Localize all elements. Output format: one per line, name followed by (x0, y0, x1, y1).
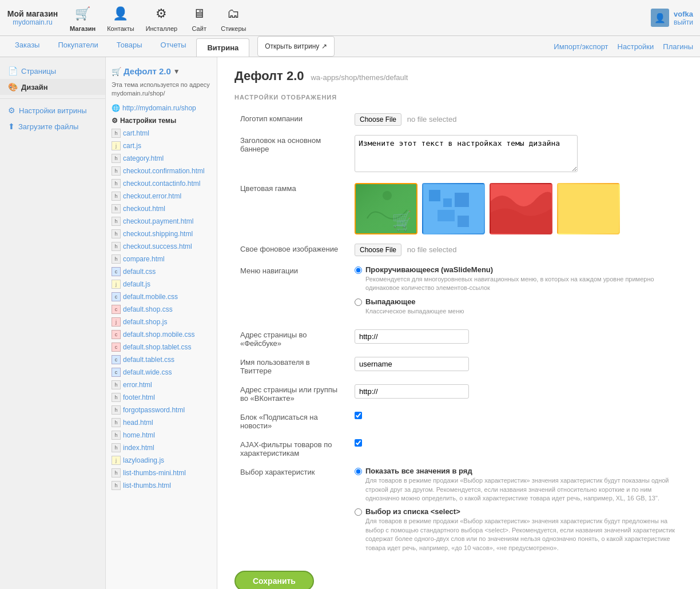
color-swatch-yellow[interactable] (557, 183, 620, 234)
left-sidebar: 📄 Страницы 🎨 Дизайн ⚙ Настройки витрины … (0, 57, 106, 589)
list-item[interactable]: h checkout.shipping.html (106, 228, 217, 240)
nav-options-cell: Прокручивающееся (waSlideMenu) Рекоменду… (349, 261, 683, 325)
sidebar-label-design: Дизайн (21, 83, 48, 91)
shop-icon: 🛒 (73, 3, 93, 24)
nav-products[interactable]: Товары (109, 36, 150, 57)
nav-scroll-radio[interactable] (355, 266, 362, 274)
list-item[interactable]: j lazyloading.js (106, 454, 217, 467)
main-nav: Заказы Покупатели Товары Отчеты Витрина … (0, 36, 700, 57)
html-icon: h (112, 166, 121, 176)
theme-dropdown-icon[interactable]: ▼ (173, 67, 180, 75)
subscribe-checkbox-row (355, 412, 677, 419)
list-item[interactable]: h footer.html (106, 391, 217, 404)
color-swatch-blue[interactable] (422, 183, 485, 234)
list-item[interactable]: c default.wide.css (106, 366, 217, 379)
nav-reports[interactable]: Отчеты (153, 36, 194, 57)
nav-orders[interactable]: Заказы (7, 36, 47, 57)
theme-url-link[interactable]: 🌐 http://mydomain.ru/shop (106, 102, 217, 114)
top-icon-contacts[interactable]: 👤 Контакты (107, 3, 134, 32)
open-storefront-button[interactable]: Открыть витрину ↗ (257, 36, 334, 57)
list-item[interactable]: h checkout.confirmation.html (106, 165, 217, 177)
logo-choose-file-button[interactable]: Choose File (355, 113, 401, 126)
ajax-checkbox[interactable] (355, 439, 362, 447)
list-item[interactable]: c default.shop.css (106, 303, 217, 316)
theme-title[interactable]: Дефолт 2.0 (124, 66, 171, 76)
banner-input-cell: Измените этот текст в настройках темы ди… (349, 130, 683, 178)
stickers-icon: 🗂 (223, 3, 244, 24)
nav-tab-storefront[interactable]: Витрина (196, 38, 249, 57)
list-item[interactable]: h list-thumbs.html (106, 479, 217, 492)
logout-link[interactable]: выйти (674, 18, 693, 26)
css-icon: c (112, 292, 121, 301)
twitter-label: Имя пользователя в Твиттере (234, 352, 349, 380)
site-icon: 🖥 (189, 3, 209, 24)
sidebar-divider-1 (0, 98, 105, 99)
nav-plugins[interactable]: Плагины (663, 42, 693, 51)
html-icon: h (112, 179, 121, 188)
sidebar-item-design[interactable]: 🎨 Дизайн (0, 79, 105, 95)
sidebar-item-store-settings[interactable]: ⚙ Настройки витрины (0, 102, 105, 118)
bg-row: Свое фоновое изображение Choose File no … (234, 239, 683, 261)
list-item[interactable]: c default.css (106, 265, 217, 278)
top-icon-site[interactable]: 🖥 Сайт (189, 3, 209, 32)
color-swatches-cell: 🛒 (349, 178, 683, 239)
sidebar-label-pages: Страницы (21, 67, 56, 75)
html-icon: h (112, 192, 121, 201)
list-item[interactable]: h forgotpassword.html (106, 404, 217, 416)
theme-url[interactable]: http://mydomain.ru/shop (122, 104, 196, 112)
list-item[interactable]: h cart.html (106, 127, 217, 140)
nav-import-export[interactable]: Импорт/экспорт (554, 42, 608, 51)
list-item[interactable]: j cart.js (106, 140, 217, 152)
list-item[interactable]: h home.html (106, 429, 217, 441)
top-icon-shop[interactable]: 🛒 Магазин (70, 3, 96, 32)
html-icon: h (112, 229, 121, 238)
subscribe-checkbox[interactable] (355, 412, 362, 419)
sidebar-item-upload[interactable]: ⬆ Загрузите файлы (0, 118, 105, 134)
settings-gear-icon: ⚙ (112, 117, 118, 125)
page-title-row: Дефолт 2.0 wa-apps/shop/themes/default (234, 69, 683, 83)
nav-dropdown-text: Выпадающее Классическое выпадающее меню (365, 297, 464, 316)
list-item[interactable]: j default.shop.js (106, 316, 217, 328)
theme-settings[interactable]: ⚙ Настройки темы (106, 114, 217, 127)
list-item[interactable]: h checkout.contactinfo.html (106, 177, 217, 190)
list-item[interactable]: c default.mobile.css (106, 290, 217, 303)
subscribe-checkbox-cell (349, 407, 683, 435)
char-select-opt-radio[interactable] (355, 508, 362, 516)
top-icon-installer[interactable]: ⚙ Инсталлер (146, 3, 178, 32)
list-item[interactable]: h error.html (106, 379, 217, 391)
installer-icon: ⚙ (151, 3, 172, 24)
list-item[interactable]: c default.shop.mobile.css (106, 328, 217, 341)
store-domain-link[interactable]: mydomain.ru (13, 18, 52, 26)
banner-textarea[interactable]: Измените этот текст в настройках темы ди… (355, 135, 578, 172)
list-item[interactable]: c default.tablet.css (106, 353, 217, 366)
save-button[interactable]: Сохранить (234, 571, 314, 589)
color-swatch-red[interactable] (490, 183, 552, 234)
list-item[interactable]: h list-thumbs-mini.html (106, 467, 217, 479)
list-item[interactable]: h category.html (106, 152, 217, 165)
list-item[interactable]: h checkout.error.html (106, 190, 217, 202)
twitter-input[interactable] (355, 357, 469, 371)
user-area: 👤 vofka выйти (651, 9, 693, 27)
list-item[interactable]: h checkout.html (106, 202, 217, 215)
bg-choose-file-button[interactable]: Choose File (355, 244, 401, 256)
color-swatch-green[interactable]: 🛒 (355, 183, 417, 234)
sidebar-item-pages[interactable]: 📄 Страницы (0, 63, 105, 79)
nav-dropdown-radio[interactable] (355, 299, 362, 306)
list-item[interactable]: h compare.html (106, 253, 217, 265)
top-icon-stickers[interactable]: 🗂 Стикеры (221, 3, 246, 32)
nav-buyers[interactable]: Покупатели (50, 36, 106, 57)
facebook-input-cell (349, 325, 683, 352)
list-item[interactable]: h head.html (106, 416, 217, 429)
list-item[interactable]: c default.shop.tablet.css (106, 341, 217, 353)
nav-settings[interactable]: Настройки (618, 42, 654, 51)
html-icon: h (112, 405, 121, 415)
vk-input[interactable] (355, 384, 469, 399)
list-item[interactable]: j default.js (106, 278, 217, 290)
char-inline-radio[interactable] (355, 468, 362, 475)
list-item[interactable]: h checkout.success.html (106, 240, 217, 253)
list-item[interactable]: h index.html (106, 441, 217, 454)
facebook-input[interactable] (355, 329, 469, 344)
svg-rect-12 (558, 184, 620, 234)
logo-row: Логотип компании Choose File no file sel… (234, 109, 683, 130)
list-item[interactable]: h checkout.payment.html (106, 215, 217, 228)
